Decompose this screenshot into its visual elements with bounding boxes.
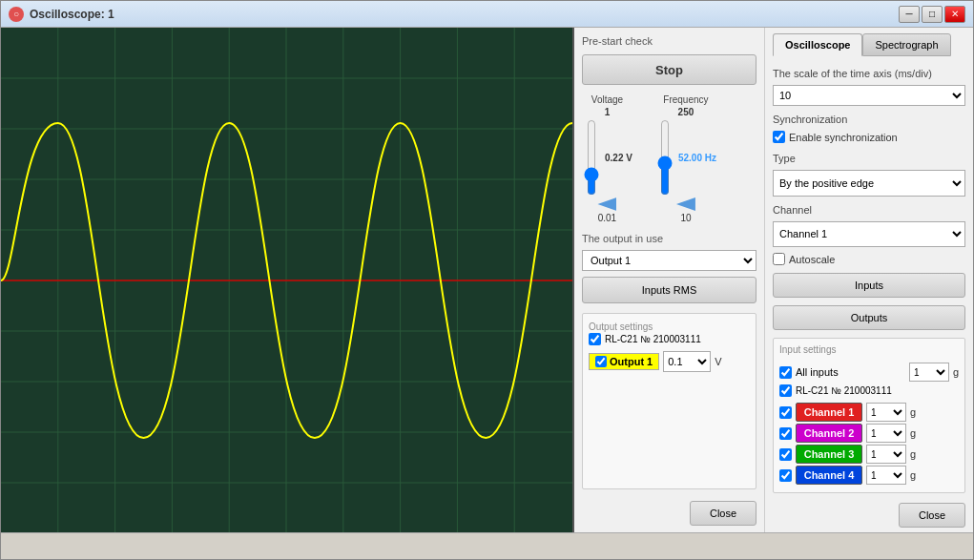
minimize-button[interactable]: ─ — [899, 6, 920, 23]
channel4-checkbox[interactable] — [779, 469, 792, 482]
titlebar: ○ Oscilloscope: 1 ─ □ ✕ — [1, 1, 973, 28]
channel3-row: Channel 3 1 g — [779, 445, 959, 464]
channel-label: Channel — [773, 204, 965, 216]
channel4-label: Channel 4 — [804, 469, 855, 481]
outputs-button[interactable]: Outputs — [773, 305, 965, 330]
frequency-slider[interactable] — [655, 119, 674, 196]
output-in-use-select[interactable]: Output 1 — [582, 250, 756, 271]
voltage-label: Voltage — [591, 94, 623, 105]
channel2-color-box: Channel 2 — [796, 424, 862, 443]
channel1-row: Channel 1 1 g — [779, 403, 959, 422]
voltage-arrow-icon — [597, 197, 616, 211]
middle-panel: Pre-start check Stop Voltage 1 0.22 V 0.… — [574, 28, 765, 532]
voltage-slider[interactable] — [582, 119, 601, 196]
channel1-unit: g — [910, 406, 916, 418]
enable-sync-row: Enable synchronization — [773, 131, 965, 143]
input-settings-label: Input settings — [779, 344, 836, 355]
wave-svg — [1, 28, 572, 532]
all-inputs-value-select[interactable]: 1 — [909, 363, 949, 382]
frequency-arrow-icon — [676, 197, 695, 211]
right-close-button[interactable]: Close — [899, 503, 965, 528]
input-settings-header: Input settings — [779, 344, 959, 359]
autoscale-row: Autoscale — [773, 253, 965, 265]
bottom-bar — [1, 532, 973, 559]
channel3-select[interactable]: 1 — [866, 445, 906, 464]
oscilloscope-window: ○ Oscilloscope: 1 ─ □ ✕ — [0, 0, 974, 560]
autoscale-checkbox[interactable] — [773, 253, 785, 265]
stop-button[interactable]: Stop — [582, 54, 756, 85]
channel1-color-box: Channel 1 — [796, 403, 862, 422]
all-inputs-unit: g — [953, 366, 959, 378]
enable-sync-checkbox[interactable] — [773, 131, 785, 143]
pre-start-label: Pre-start check — [582, 35, 756, 47]
channel4-color-box: Channel 4 — [796, 466, 862, 485]
maximize-button[interactable]: □ — [922, 6, 943, 23]
time-axis-select[interactable]: 10 — [773, 85, 965, 106]
device-checkbox[interactable] — [589, 333, 601, 345]
channel4-select[interactable]: 1 — [866, 466, 906, 485]
channel2-label: Channel 2 — [804, 427, 855, 439]
output1-unit: V — [715, 356, 721, 367]
main-content: Pre-start check Stop Voltage 1 0.22 V 0.… — [1, 28, 973, 532]
frequency-min: 10 — [680, 213, 691, 223]
channel4-unit: g — [910, 469, 916, 481]
all-inputs-checkbox[interactable] — [779, 366, 792, 379]
output-settings-label: Output settings — [589, 321, 653, 332]
frequency-label: Frequency — [663, 94, 708, 105]
oscilloscope-display — [1, 28, 574, 532]
type-select[interactable]: By the positive edge — [773, 170, 965, 197]
time-axis-label: The scale of the time axis (ms/div) — [773, 68, 965, 79]
frequency-value: 52.00 Hz — [678, 153, 716, 163]
type-label: Type — [773, 153, 965, 164]
enable-sync-label: Enable synchronization — [789, 132, 898, 143]
frequency-slider-group: Frequency 250 52.00 Hz 10 — [655, 94, 716, 223]
device2-name: RL-C21 № 210003111 — [796, 385, 892, 396]
input-settings-section: Input settings All inputs 1 g RL-C21 № 2… — [773, 338, 965, 493]
channel2-row: Channel 2 1 g — [779, 424, 959, 443]
window-title: Oscilloscope: 1 — [30, 8, 899, 21]
close-btn-row: Close — [582, 501, 756, 526]
channel3-unit: g — [910, 448, 916, 460]
middle-close-button[interactable]: Close — [690, 501, 756, 526]
autoscale-label: Autoscale — [789, 254, 835, 265]
channel-select[interactable]: Channel 1 — [773, 221, 965, 248]
device2-row: RL-C21 № 210003111 — [779, 384, 959, 397]
time-axis-row: 10 — [773, 85, 965, 106]
frequency-max: 250 — [678, 107, 694, 117]
output-in-use-label: The output in use — [582, 233, 756, 244]
synchronization-heading: Synchronization — [773, 114, 965, 125]
output1-value-select[interactable]: 0.1 — [663, 351, 711, 372]
sliders-row: Voltage 1 0.22 V 0.01 Frequency 250 — [582, 94, 756, 223]
voltage-value: 0.22 V — [605, 153, 632, 163]
channel2-unit: g — [910, 427, 916, 439]
channel2-checkbox[interactable] — [779, 427, 792, 440]
voltage-max: 1 — [605, 107, 611, 117]
inputs-rms-button[interactable]: Inputs RMS — [582, 277, 756, 303]
inputs-button[interactable]: Inputs — [773, 273, 965, 298]
right-panel: Oscilloscope Spectrograph The scale of t… — [765, 28, 973, 532]
channel3-color-box: Channel 3 — [796, 445, 862, 464]
all-inputs-label: All inputs — [796, 366, 905, 378]
device-name: RL-C21 № 210003111 — [605, 334, 701, 344]
channel1-checkbox[interactable] — [779, 406, 792, 419]
titlebar-controls: ─ □ ✕ — [899, 6, 965, 23]
tab-oscilloscope[interactable]: Oscilloscope — [773, 33, 862, 56]
frequency-slider-container: 52.00 Hz — [655, 119, 716, 196]
channel3-label: Channel 3 — [804, 448, 855, 460]
output1-label-box: Output 1 — [589, 353, 659, 370]
output-settings-section: Output settings RL-C21 № 210003111 Outpu… — [582, 313, 756, 489]
all-inputs-row: All inputs 1 g — [779, 363, 959, 382]
tab-spectrograph[interactable]: Spectrograph — [862, 33, 950, 56]
channel3-checkbox[interactable] — [779, 448, 792, 461]
output1-label: Output 1 — [610, 356, 653, 367]
output1-checkbox[interactable] — [595, 356, 607, 367]
voltage-slider-group: Voltage 1 0.22 V 0.01 — [582, 94, 632, 223]
channel1-label: Channel 1 — [804, 406, 855, 418]
device2-checkbox[interactable] — [779, 384, 792, 397]
window-icon: ○ — [9, 7, 24, 22]
right-close-btn-row: Close — [773, 503, 965, 528]
channel1-select[interactable]: 1 — [866, 403, 906, 422]
window-close-button[interactable]: ✕ — [944, 6, 965, 23]
channel2-select[interactable]: 1 — [866, 424, 906, 443]
channel4-row: Channel 4 1 g — [779, 466, 959, 485]
